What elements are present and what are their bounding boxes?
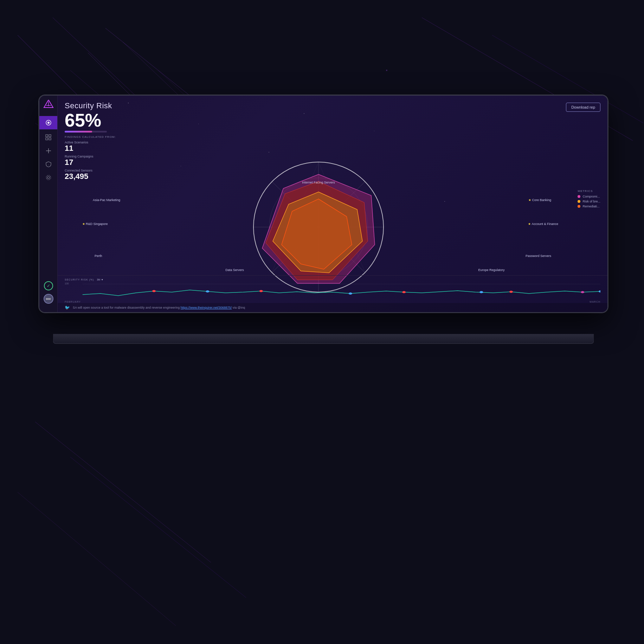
svg-point-31 <box>46 175 51 180</box>
svg-point-49 <box>402 291 406 293</box>
radar-label-core-banking: ★ Core Banking <box>528 198 551 202</box>
radar-label-data-servers: Data Servers <box>225 268 244 272</box>
sidebar-item-cross[interactable] <box>45 147 52 155</box>
legend-dot-remediation <box>578 205 580 208</box>
svg-point-48 <box>259 290 263 292</box>
svg-point-15 <box>386 70 387 71</box>
svg-rect-26 <box>49 138 51 140</box>
sidebar-item-shield[interactable]: › <box>45 160 52 168</box>
legend-item-remediation: Remediati... <box>578 205 600 208</box>
twitter-icon: 🐦 <box>65 305 70 310</box>
sidebar-item-gear[interactable] <box>45 174 52 181</box>
legend-dot-compromise <box>578 195 580 198</box>
user-avatar[interactable]: MW <box>44 294 53 304</box>
status-check-icon: ✓ <box>44 281 53 290</box>
timeline-date-mar: MARCH <box>590 301 600 303</box>
page-title: Security Risk <box>65 101 112 110</box>
sidebar-item-active[interactable] <box>39 116 57 129</box>
svg-point-54 <box>479 291 483 293</box>
laptop-frame: › ✓ MW <box>39 95 608 334</box>
radar-label-password-servers: Password Servers <box>526 254 551 258</box>
svg-point-51 <box>581 291 584 293</box>
active-scenarios-stat: Active Scenarios 11 <box>65 141 600 153</box>
svg-point-55 <box>599 290 600 292</box>
twitter-feed: 🐦 SA will open source a tool for malware… <box>58 303 607 312</box>
timeline-date-feb: FEBRUARY <box>65 301 81 303</box>
radar-label-asia-pac: Asia-Pac Marketing <box>93 198 120 202</box>
twitter-link[interactable]: https://www.theinquirer.net/3068875/ <box>181 306 232 309</box>
laptop-screen-frame: › ✓ MW <box>39 95 608 313</box>
metrics-title: METRICS <box>578 189 600 193</box>
legend-item-compromise: Compromi... <box>578 195 600 198</box>
svg-point-47 <box>152 290 156 292</box>
svg-point-50 <box>509 291 513 293</box>
findings-label: FINDINGS CALCULATED FROM: <box>65 135 600 139</box>
screen-content: › ✓ MW <box>39 96 607 312</box>
svg-point-52 <box>206 290 209 292</box>
risk-bar <box>65 131 107 133</box>
svg-point-22 <box>47 122 50 124</box>
sidebar-item-grid[interactable] <box>45 134 52 141</box>
timeline-label: SECURITY RISK (%) <box>65 278 94 281</box>
timeline-header: SECURITY RISK (%) 3M ▼ <box>65 278 600 281</box>
svg-point-30 <box>47 176 50 179</box>
metrics-legend: METRICS Compromi... Risk of bre... Remed… <box>578 189 600 210</box>
timeline-period: 3M ▼ <box>97 278 103 281</box>
twitter-text: SA will open source a tool for malware d… <box>73 306 245 309</box>
radar-label-internet: Internet Facing Servers <box>302 181 335 184</box>
main-content: Security Risk 65% Download rep FINDINGS … <box>58 96 607 312</box>
header-left: Security Risk 65% <box>65 101 112 133</box>
legend-label-remediation: Remediati... <box>582 205 599 208</box>
download-report-button[interactable]: Download rep <box>566 103 600 112</box>
svg-rect-25 <box>46 138 48 140</box>
legend-label-breach: Risk of bre... <box>582 200 600 203</box>
radar-label-perth: Perth <box>95 254 102 258</box>
radar-label-europe-regulatory: Europe Regulatory <box>478 268 505 272</box>
svg-rect-23 <box>46 135 48 137</box>
legend-label-compromise: Compromi... <box>582 195 600 198</box>
timeline-chart: 100 <box>65 282 600 300</box>
radar-label-account-finance: ★ Account & Finance <box>528 222 558 226</box>
legend-item-breach: Risk of bre... <box>578 200 600 203</box>
timeline-y-max: 100 <box>65 282 69 285</box>
risk-percentage: 65% <box>65 111 112 129</box>
svg-text:›: › <box>48 163 49 166</box>
svg-rect-24 <box>49 135 51 137</box>
risk-bar-fill <box>65 131 92 133</box>
timeline-dates: FEBRUARY MARCH <box>65 301 600 303</box>
logo <box>43 100 54 110</box>
radar-label-rd-singapore: ★ R&D Singapore <box>82 222 108 226</box>
legend-dot-breach <box>578 200 580 203</box>
sidebar: › ✓ MW <box>39 96 58 312</box>
svg-point-53 <box>349 292 352 295</box>
laptop-base <box>53 334 594 344</box>
